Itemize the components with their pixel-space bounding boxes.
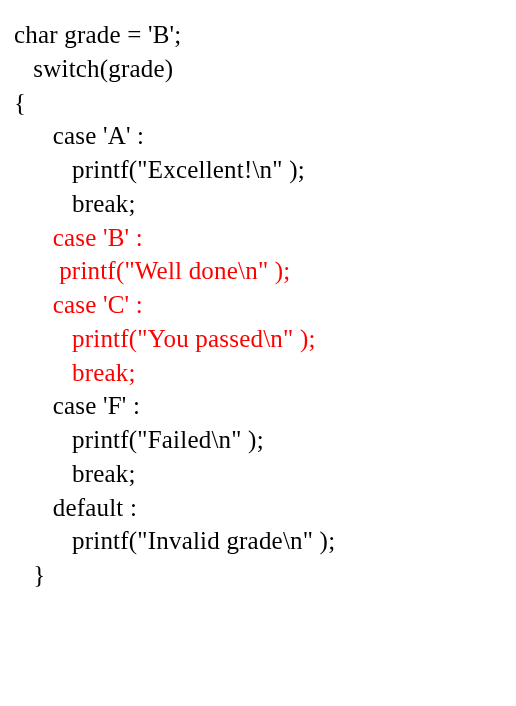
code-line-highlight: case 'C' : (14, 291, 143, 318)
code-line-highlight: printf("Well done\n" ); (14, 257, 290, 284)
code-line-highlight: case 'B' : (14, 224, 143, 251)
code-line: break; (14, 460, 136, 487)
code-line: printf("Invalid grade\n" ); (14, 527, 335, 554)
code-line-highlight: printf("You passed\n" ); (14, 325, 316, 352)
code-line: case 'F' : (14, 392, 140, 419)
code-line: case 'A' : (14, 122, 144, 149)
code-line-highlight: break; (14, 359, 136, 386)
code-block: char grade = 'B'; switch(grade) { case '… (0, 0, 516, 610)
code-line: { (14, 89, 26, 116)
code-line: printf("Excellent!\n" ); (14, 156, 305, 183)
code-line: } (14, 561, 46, 588)
code-line: char grade = 'B'; (14, 21, 181, 48)
code-line: default : (14, 494, 137, 521)
code-line: printf("Failed\n" ); (14, 426, 264, 453)
code-line: switch(grade) (14, 55, 173, 82)
code-line: break; (14, 190, 136, 217)
